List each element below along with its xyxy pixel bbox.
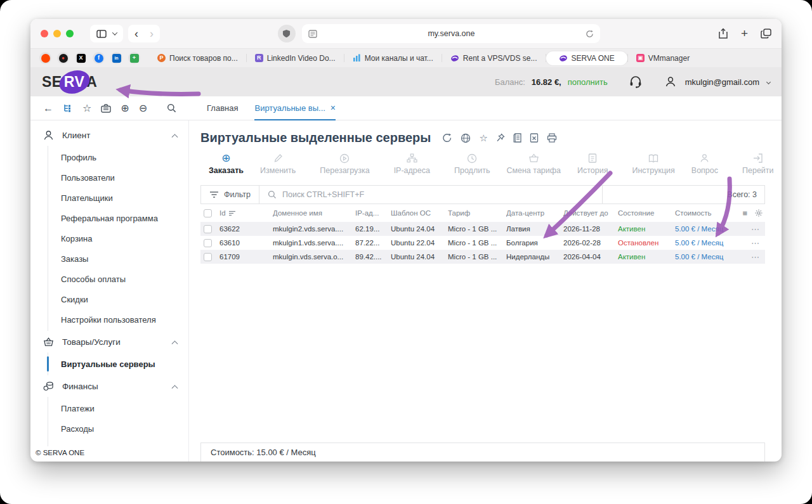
refresh-icon[interactable]	[442, 133, 452, 143]
ip-addresses-button[interactable]: IP-адреса	[386, 152, 438, 176]
chevron-up-icon[interactable]	[172, 134, 178, 140]
traffic-light-minimize[interactable]	[53, 30, 61, 37]
cost-link[interactable]: 5.00 € / Месяц	[675, 253, 737, 261]
sidebar-section-finance[interactable]: Финансы	[30, 375, 188, 397]
select-all-checkbox[interactable]	[204, 209, 212, 217]
log-document-icon[interactable]	[513, 133, 521, 143]
favorites-star-icon[interactable]: ☆	[82, 103, 91, 113]
tree-view-icon[interactable]	[63, 103, 73, 113]
traffic-light-zoom[interactable]	[66, 30, 74, 37]
expand-all-icon[interactable]: ⊕	[121, 103, 129, 113]
row-density-icon[interactable]: ≡	[742, 209, 747, 218]
favorite-item[interactable]: Мои каналы и чат...	[344, 52, 442, 65]
tab-virtual-servers[interactable]: Виртуальные вы... ×	[254, 96, 336, 120]
chevron-up-icon[interactable]	[172, 385, 178, 391]
facebook-icon[interactable]: f	[93, 52, 105, 64]
column-header-ip[interactable]: IP-ад...	[355, 209, 391, 217]
favorite-item[interactable]: P Поиск товаров по...	[149, 52, 246, 65]
table-row[interactable]: 63622 mkulgin2.vds.serva.... 62.19... Ub…	[200, 222, 765, 236]
sidebar-item-expenses[interactable]: Расходы	[48, 418, 188, 439]
sidebar-item-orders[interactable]: Заказы	[48, 249, 188, 269]
topup-link[interactable]: пополнить	[568, 77, 608, 87]
row-checkbox[interactable]	[204, 225, 212, 233]
reboot-button[interactable]: Перезагрузка	[311, 152, 377, 176]
row-checkbox[interactable]	[204, 253, 212, 261]
tab-group-chevron-icon[interactable]	[112, 30, 117, 35]
export-excel-icon[interactable]	[530, 133, 539, 143]
sidebar-item-payment-methods[interactable]: Способы оплаты	[48, 269, 188, 289]
sidebar-item-payments[interactable]: Платежи	[48, 398, 188, 418]
new-tab-icon[interactable]: +	[741, 27, 748, 41]
table-row[interactable]: 63610 mkulgin1.vds.serva.... 87.22... Ub…	[200, 236, 765, 250]
reload-icon[interactable]	[586, 30, 594, 38]
extensions-icon[interactable]	[278, 25, 296, 42]
history-button[interactable]: История	[569, 152, 616, 176]
reddit-icon[interactable]	[39, 52, 51, 64]
column-header-os[interactable]: Шаблон ОС	[391, 209, 448, 217]
user-email[interactable]: mkulgin@gmail.com	[685, 77, 759, 87]
sidebar-item-virtual-servers[interactable]: Виртуальные серверы	[48, 354, 188, 374]
user-avatar-icon[interactable]	[665, 76, 676, 87]
column-header-datacenter[interactable]: Дата-центр	[506, 209, 563, 217]
column-header-tariff[interactable]: Тариф	[448, 209, 506, 217]
share-icon[interactable]	[718, 28, 728, 39]
sheets-icon[interactable]: +	[128, 52, 140, 64]
change-tariff-button[interactable]: Смена тарифа	[498, 152, 569, 176]
row-menu-icon[interactable]: ⋯	[737, 252, 765, 262]
favorite-item[interactable]: ▣ VMmanager	[628, 52, 698, 65]
sidebar-item-users[interactable]: Пользователи	[48, 167, 188, 188]
row-menu-icon[interactable]: ⋯	[737, 224, 765, 234]
url-text[interactable]: my.serva.one	[317, 29, 586, 38]
sidebar-section-client[interactable]: Клиент	[30, 124, 188, 146]
column-header-id[interactable]: Id	[219, 209, 273, 217]
cost-link[interactable]: 5.00 € / Месяц	[675, 239, 737, 247]
column-header-valid-until[interactable]: Действует до	[563, 209, 618, 217]
chevron-up-icon[interactable]	[172, 340, 178, 347]
instruction-button[interactable]: Инструкция	[624, 152, 683, 176]
briefcase-icon[interactable]	[101, 104, 111, 113]
order-button[interactable]: ⊕ Заказать	[200, 152, 252, 176]
sidebar-item-profile[interactable]: Профиль	[48, 147, 188, 167]
pin-icon[interactable]	[496, 133, 505, 143]
print-icon[interactable]	[547, 133, 557, 143]
column-header-state[interactable]: Состояние	[618, 209, 675, 217]
google-icon[interactable]: ●	[57, 52, 69, 64]
sidebar-item-user-settings[interactable]: Настройки пользователя	[48, 309, 188, 330]
sidebar-item-cart[interactable]: Корзина	[48, 228, 188, 249]
serva-logo[interactable]: SERVA	[42, 73, 97, 91]
user-menu-chevron-icon[interactable]	[766, 79, 771, 84]
favorite-item[interactable]: R LinkedIn Video Do...	[247, 52, 344, 65]
tab-overview-icon[interactable]	[761, 29, 771, 39]
sidebar-item-referral[interactable]: Реферальная программа	[48, 208, 188, 228]
address-bar[interactable]: my.serva.one	[302, 24, 600, 43]
linkedin-icon[interactable]: in	[110, 52, 122, 64]
nav-back-icon[interactable]: ←	[43, 103, 53, 113]
table-settings-gear-icon[interactable]	[755, 209, 763, 217]
support-headset-icon[interactable]	[629, 76, 642, 88]
favorite-item[interactable]: Rent a VPS/VDS se...	[442, 52, 546, 65]
row-checkbox[interactable]	[204, 239, 212, 247]
reader-view-icon[interactable]	[308, 30, 317, 38]
x-icon[interactable]: X	[75, 52, 87, 64]
sidebar-item-discounts[interactable]: Скидки	[48, 289, 188, 309]
sidebar-section-products[interactable]: Товары/Услуги	[30, 331, 188, 352]
table-row[interactable]: 61709 mkulgin.vds.serva.o... 89.42.... U…	[200, 250, 765, 264]
filter-button[interactable]: Фильтр	[201, 190, 259, 199]
globe-icon[interactable]	[461, 133, 471, 143]
question-button[interactable]: Вопрос	[683, 152, 726, 176]
forward-icon[interactable]: ›	[150, 28, 154, 39]
row-menu-icon[interactable]: ⋯	[737, 238, 765, 248]
sidebar-toggle-icon[interactable]	[96, 30, 107, 38]
collapse-all-icon[interactable]: ⊖	[139, 103, 147, 113]
traffic-light-close[interactable]	[41, 30, 48, 37]
star-icon[interactable]: ☆	[479, 133, 487, 143]
favorite-item-active[interactable]: SERVA ONE	[546, 51, 627, 65]
sidebar-item-payers[interactable]: Плательщики	[48, 188, 188, 208]
tab-close-icon[interactable]: ×	[331, 103, 336, 113]
edit-button[interactable]: Изменить	[252, 152, 304, 176]
cost-link[interactable]: 5.00 € / Месяц	[675, 225, 737, 233]
back-icon[interactable]: ‹	[134, 28, 138, 39]
renew-button[interactable]: Продлить	[446, 152, 498, 176]
goto-panel-button[interactable]: Перейти	[734, 152, 782, 176]
column-header-domain[interactable]: Доменное имя	[273, 209, 355, 217]
